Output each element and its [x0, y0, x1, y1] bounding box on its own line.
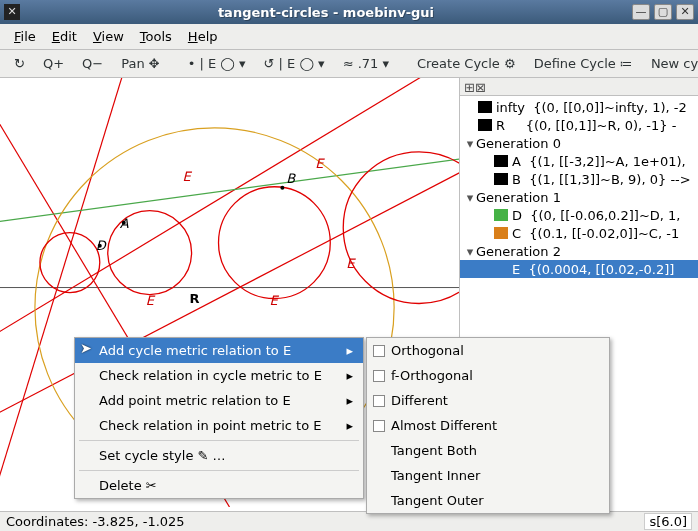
define-cycle-button[interactable]: Define Cycle ≔: [528, 54, 639, 73]
sub-tangent-inner[interactable]: Tangent Inner: [367, 463, 609, 488]
sub-different[interactable]: Different: [367, 388, 609, 413]
tree-item-b[interactable]: B {(1, [[1,3]]~B, 9), 0} -->: [460, 170, 698, 188]
pan-button[interactable]: Pan ✥: [115, 54, 166, 73]
checkbox-icon[interactable]: [373, 395, 385, 407]
color-swatch: [494, 263, 508, 275]
toolbar: ↻ Q+ Q− Pan ✥ • | E ◯ ▾ ↺ | E ◯ ▾ ≈ .71 …: [0, 50, 698, 78]
new-cycle-button[interactable]: New cycle ↻: [645, 54, 698, 73]
svg-point-9: [219, 187, 331, 299]
svg-point-22: [98, 244, 102, 248]
zoom-out-button[interactable]: Q−: [76, 54, 109, 73]
ctx-add-point-metric[interactable]: Add point metric relation to E▸: [75, 388, 363, 413]
window-title: tangent-circles - moebinv-gui: [24, 5, 628, 20]
maximize-button[interactable]: ▢: [654, 4, 672, 20]
sub-tangent-both[interactable]: Tangent Both: [367, 438, 609, 463]
submenu-arrow-icon: ▸: [346, 418, 353, 433]
checkbox-icon[interactable]: [373, 345, 385, 357]
checkbox-icon[interactable]: [373, 370, 385, 382]
menu-view[interactable]: View: [87, 27, 130, 46]
color-swatch: [494, 209, 508, 221]
tree-group-gen0[interactable]: ▾ Generation 0: [460, 134, 698, 152]
ctx-set-cycle-style[interactable]: Set cycle style ✎ …: [75, 443, 363, 468]
tree-item-c[interactable]: C {(0.1, [[-0.02,0]]~C, -1: [460, 224, 698, 242]
menu-file[interactable]: File: [8, 27, 42, 46]
svg-text:E: E: [146, 294, 156, 309]
svg-text:E: E: [269, 294, 279, 309]
tree-item-a[interactable]: A {(1, [[-3,2]]~A, 1e+01),: [460, 152, 698, 170]
submenu-arrow-icon: ▸: [346, 343, 353, 358]
tree-item-infty[interactable]: infty {(0, [[0,0]]~infty, 1), -2: [460, 98, 698, 116]
sub-orthogonal[interactable]: Orthogonal: [367, 338, 609, 363]
sub-f-orthogonal[interactable]: f-Orthogonal: [367, 363, 609, 388]
color-swatch: [478, 119, 492, 131]
menu-separator: [79, 470, 359, 471]
submenu-arrow-icon: ▸: [346, 393, 353, 408]
color-swatch: [494, 155, 508, 167]
menu-tools[interactable]: Tools: [134, 27, 178, 46]
create-cycle-button[interactable]: Create Cycle ⚙: [411, 54, 522, 73]
tree-twisty-icon[interactable]: ▾: [464, 136, 476, 151]
color-swatch: [494, 227, 508, 239]
titlebar: ✕ tangent-circles - moebinv-gui — ▢ ✕: [0, 0, 698, 24]
svg-text:D: D: [96, 238, 108, 253]
color-swatch: [478, 101, 492, 113]
context-submenu[interactable]: Orthogonal f-Orthogonal Different Almost…: [366, 337, 610, 514]
context-menu[interactable]: Add cycle metric relation to E▸ Check re…: [74, 337, 364, 499]
tree-item-r[interactable]: R {(0, [[0,1]]~R, 0), -1} -: [460, 116, 698, 134]
app-icon: ✕: [4, 4, 20, 20]
svg-line-5: [0, 158, 459, 223]
refresh-button[interactable]: ↻: [8, 54, 31, 73]
gen1-dropdown[interactable]: • | E ◯ ▾: [182, 54, 252, 73]
svg-text:E: E: [183, 169, 193, 184]
ctx-delete[interactable]: Delete ✂: [75, 473, 363, 498]
sub-almost-different[interactable]: Almost Different: [367, 413, 609, 438]
status-coordinates: Coordinates: -3.825, -1.025: [6, 514, 185, 529]
svg-point-20: [122, 221, 126, 225]
tree-group-gen1[interactable]: ▾ Generation 1: [460, 188, 698, 206]
checkbox-icon[interactable]: [373, 420, 385, 432]
tree-twisty-icon[interactable]: ▾: [464, 244, 476, 259]
side-panel-tabs[interactable]: ⊞⊠: [460, 78, 698, 96]
zoom-in-button[interactable]: Q+: [37, 54, 70, 73]
tree-twisty-icon[interactable]: ▾: [464, 190, 476, 205]
ctx-add-cycle-metric[interactable]: Add cycle metric relation to E▸: [75, 338, 363, 363]
tree-item-d[interactable]: D {(0, [[-0.06,0.2]]~D, 1,: [460, 206, 698, 224]
gen2-dropdown[interactable]: ↺ | E ◯ ▾: [258, 54, 331, 73]
svg-text:E: E: [315, 156, 325, 171]
submenu-arrow-icon: ▸: [346, 368, 353, 383]
minimize-button[interactable]: —: [632, 4, 650, 20]
ctx-check-point-metric[interactable]: Check relation in point metric to E▸: [75, 413, 363, 438]
status-scale: s[6.0]: [644, 513, 692, 530]
color-swatch: [494, 173, 508, 185]
svg-text:R: R: [190, 291, 200, 306]
svg-line-1: [0, 78, 459, 337]
svg-point-21: [280, 186, 284, 190]
menubar: File Edit View Tools Help: [0, 24, 698, 50]
tree-group-gen2[interactable]: ▾ Generation 2: [460, 242, 698, 260]
sub-tangent-outer[interactable]: Tangent Outer: [367, 488, 609, 513]
panel-tab-icon[interactable]: ⊞⊠: [464, 80, 486, 93]
tree-item-e[interactable]: E {(0.0004, [[0.02,-0.2]]: [460, 260, 698, 278]
menu-edit[interactable]: Edit: [46, 27, 83, 46]
statusbar: Coordinates: -3.825, -1.025 s[6.0]: [0, 511, 698, 531]
svg-point-10: [343, 152, 459, 304]
zoom-level-dropdown[interactable]: ≈ .71 ▾: [337, 54, 395, 73]
ctx-check-cycle-metric[interactable]: Check relation in cycle metric to E▸: [75, 363, 363, 388]
svg-text:B: B: [286, 171, 296, 186]
menu-help[interactable]: Help: [182, 27, 224, 46]
menu-separator: [79, 440, 359, 441]
close-button[interactable]: ✕: [676, 4, 694, 20]
